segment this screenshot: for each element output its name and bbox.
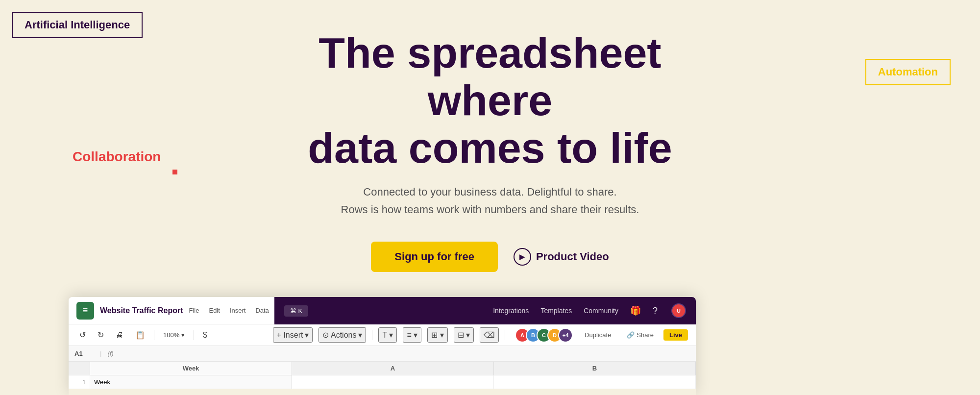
formula-bar: A1 | (f): [69, 346, 696, 362]
live-badge: Live: [663, 329, 688, 341]
avatar-overflow: +4: [558, 328, 573, 343]
grid-column-headers: Week A B: [69, 362, 696, 375]
cta-row: Sign up for free ▶ Product Video: [371, 242, 609, 272]
actions-chevron: ▾: [358, 330, 362, 340]
toolbar-sep-2: [194, 330, 194, 340]
table-row: 1 Week: [69, 375, 696, 389]
cell-reference[interactable]: A1: [74, 350, 94, 357]
signup-button[interactable]: Sign up for free: [371, 242, 498, 272]
app-title: Website Traffic Report: [100, 306, 183, 315]
help-icon[interactable]: ?: [653, 306, 658, 316]
col-header-a[interactable]: A: [292, 362, 494, 375]
product-video-button[interactable]: ▶ Product Video: [514, 248, 609, 266]
dup-share-row: Duplicate 🔗 Share Live: [579, 329, 688, 341]
sub-heading: Connected to your business data. Delight…: [341, 183, 639, 218]
clipboard-btn[interactable]: 📋: [132, 328, 148, 342]
user-avatar[interactable]: U: [671, 303, 686, 318]
cell-a1[interactable]: [292, 375, 494, 389]
undo-btn[interactable]: ↺: [76, 328, 89, 342]
app-header: ≡ Website Traffic Report File Edit Inser…: [69, 297, 696, 324]
align-btn[interactable]: ≡ ▾: [403, 327, 421, 343]
zoom-select[interactable]: 100% ▾: [160, 329, 188, 341]
merge-btn[interactable]: ⊟ ▾: [454, 327, 474, 343]
insert-button[interactable]: + Insert ▾: [273, 327, 313, 343]
formula-fx-label[interactable]: (f): [107, 350, 113, 357]
nav-community[interactable]: Community: [584, 307, 618, 315]
nav-integrations[interactable]: Integrations: [493, 307, 529, 315]
menu-data[interactable]: Data: [255, 307, 269, 314]
menu-file[interactable]: File: [189, 307, 199, 314]
gift-icon[interactable]: 🎁: [630, 305, 641, 316]
currency-btn[interactable]: $: [200, 329, 210, 342]
insert-chevron: ▾: [305, 330, 309, 340]
toolbar-sep-4: [505, 330, 505, 340]
eraser-btn[interactable]: ⌫: [480, 327, 499, 343]
share-link-icon: 🔗: [627, 331, 635, 339]
spreadsheet-mockup: ≡ Website Traffic Report File Edit Inser…: [69, 297, 696, 395]
col-header-week[interactable]: Week: [90, 362, 292, 375]
duplicate-button[interactable]: Duplicate: [579, 329, 617, 341]
col-header-b[interactable]: B: [494, 362, 696, 375]
cell-b1[interactable]: [494, 375, 696, 389]
text-format-btn[interactable]: T ▾: [378, 327, 397, 343]
nav-templates[interactable]: Templates: [540, 307, 572, 315]
toolbar-sep-1: [154, 330, 154, 340]
share-button[interactable]: 🔗 Share: [621, 329, 660, 341]
menu-insert[interactable]: Insert: [230, 307, 246, 314]
row-number-1: 1: [69, 375, 90, 389]
menu-edit[interactable]: Edit: [209, 307, 220, 314]
actions-button[interactable]: ⊙ Actions ▾: [318, 327, 366, 343]
toolbar-row: ↺ ↻ 🖨 📋 100% ▾ $ + Insert ▾ ⊙ Actions ▾ …: [69, 324, 696, 346]
print-btn[interactable]: 🖨: [113, 329, 126, 342]
toolbar-sep-3: [372, 330, 372, 340]
cell-week-1[interactable]: Week: [90, 375, 292, 389]
redo-btn[interactable]: ↻: [95, 328, 107, 342]
grid-btn[interactable]: ⊞ ▾: [427, 327, 447, 343]
main-heading: The spreadsheet where data comes to life: [270, 29, 710, 172]
kbd-shortcut[interactable]: ⌘ K: [284, 305, 308, 317]
hero-section: The spreadsheet where data comes to life…: [0, 0, 980, 301]
play-icon: ▶: [514, 248, 531, 266]
collaborator-avatars: A B C D +4: [515, 328, 573, 343]
app-icon: ≡: [76, 302, 94, 320]
dark-nav-bar: ⌘ K Integrations Templates Community 🎁 ?…: [274, 297, 696, 324]
row-number-header: [69, 362, 90, 375]
